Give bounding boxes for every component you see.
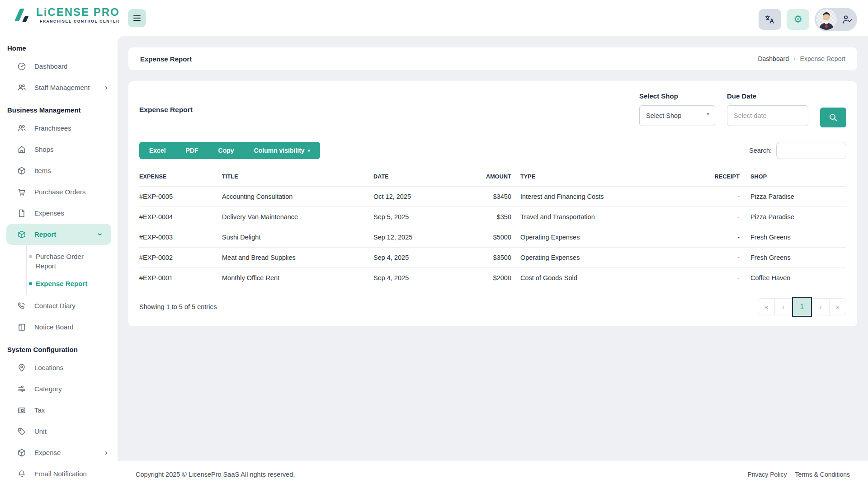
due-date-label: Due Date	[727, 92, 808, 100]
breadcrumb-separator-icon: ›	[793, 55, 796, 62]
sidebar-item-email-notification[interactable]: Email Notification	[0, 463, 118, 484]
sidebar-item-dashboard[interactable]: Dashboard	[0, 56, 118, 77]
chevron-right-icon: ›	[105, 83, 108, 92]
sidebar-item-purchase-order-report[interactable]: Purchase Order Report	[27, 248, 104, 275]
table-search-label: Search:	[749, 147, 772, 154]
pagination-page-1-button[interactable]: 1	[792, 297, 812, 317]
caret-down-icon: ▾	[308, 148, 311, 154]
sidebar-section-business: Business Management	[0, 98, 118, 117]
table-header-row: EXPENSE TITLE DATE AMOUNT TYPE RECEIPT S…	[139, 169, 846, 187]
sidebar-item-report[interactable]: Report ›	[6, 224, 111, 245]
report-submenu: Purchase Order Report Expense Report	[26, 245, 118, 295]
excel-button[interactable]: Excel	[139, 142, 176, 159]
shop-icon	[17, 145, 26, 154]
sidebar-item-expense-report[interactable]: Expense Report	[27, 275, 104, 292]
table-row: #EXP-0001 Monthly Office Rent Sep 4, 202…	[139, 268, 846, 288]
brand-logo[interactable]: LiCENSE PRO FRANCHISEE CONTROL CENTER	[13, 7, 120, 23]
breadcrumb-bar: Expense Report Dashboard › Expense Repor…	[128, 47, 857, 70]
sidebar-item-locations[interactable]: Locations	[0, 357, 118, 378]
package-icon	[17, 166, 26, 175]
sidebar-item-items[interactable]: Items	[0, 160, 118, 181]
sidebar-item-expense[interactable]: Expense ›	[0, 442, 118, 463]
top-header: LiCENSE PRO FRANCHISEE CONTROL CENTER ⚙	[0, 0, 868, 36]
table-row: #EXP-0003 Sushi Delight Sep 12, 2025 $50…	[139, 227, 846, 248]
filter-search-button[interactable]	[820, 108, 846, 127]
file-icon	[17, 209, 26, 218]
sidebar-item-contact-diary[interactable]: Contact Diary	[0, 295, 118, 316]
pdf-button[interactable]: PDF	[176, 142, 208, 159]
select-shop-dropdown[interactable]: Select Shop ▾	[639, 105, 715, 126]
table-row: #EXP-0005 Accounting Consultation Oct 12…	[139, 187, 846, 207]
pagination-first-button[interactable]: «	[758, 298, 775, 315]
col-expense: EXPENSE	[139, 169, 222, 187]
breadcrumb-current: Expense Report	[800, 55, 845, 62]
package-icon	[17, 448, 26, 457]
hamburger-icon	[133, 15, 141, 16]
select-shop-label: Select Shop	[639, 92, 715, 100]
sidebar-item-shops[interactable]: Shops	[0, 139, 118, 160]
column-visibility-button[interactable]: Column visibility ▾	[244, 142, 321, 159]
col-amount: AMOUNT	[466, 169, 511, 187]
col-type: TYPE	[511, 169, 701, 187]
pagination-last-button[interactable]: »	[829, 298, 846, 315]
sidebar-section-home: Home	[0, 36, 118, 56]
privacy-policy-link[interactable]: Privacy Policy	[747, 471, 787, 478]
pagination-prev-button[interactable]: ‹	[775, 298, 792, 315]
col-title: TITLE	[222, 169, 373, 187]
sidebar-item-tax[interactable]: Tax	[0, 399, 118, 421]
avatar	[816, 9, 837, 30]
package-icon	[17, 230, 26, 239]
page-title: Expense Report	[140, 55, 192, 63]
col-date: DATE	[373, 169, 466, 187]
cart-icon	[17, 188, 26, 197]
map-pin-icon	[17, 363, 26, 372]
logo-mark-icon	[13, 7, 32, 23]
export-button-group: Excel PDF Copy Column visibility ▾	[139, 142, 320, 159]
breadcrumb: Dashboard › Expense Report	[758, 55, 845, 62]
table-search-input[interactable]	[776, 142, 846, 159]
board-icon	[17, 323, 26, 332]
pagination: « ‹ 1 › »	[758, 298, 846, 315]
sidebar-item-expenses[interactable]: Expenses	[0, 202, 118, 224]
footer: Copyright 2025 © LicensePro SaaS All rig…	[118, 461, 868, 488]
table-row: #EXP-0004 Delivery Van Maintenance Sep 5…	[139, 207, 846, 227]
settings-button[interactable]: ⚙	[787, 9, 809, 30]
expense-table: EXPENSE TITLE DATE AMOUNT TYPE RECEIPT S…	[139, 169, 846, 288]
sidebar-item-category[interactable]: Category	[0, 378, 118, 399]
translate-icon	[764, 14, 775, 24]
table-row: #EXP-0002 Meat and Bread Supplies Sep 4,…	[139, 248, 846, 268]
col-shop: SHOP	[740, 169, 846, 187]
profile-menu[interactable]	[815, 8, 857, 31]
sidebar-item-unit[interactable]: Unit	[0, 421, 118, 442]
sidebar-item-notice-board[interactable]: Notice Board	[0, 316, 118, 338]
search-icon	[829, 113, 838, 122]
sidebar-item-staff-management[interactable]: Staff Management ›	[0, 77, 118, 98]
copyright-text: Copyright 2025 © LicensePro SaaS All rig…	[136, 471, 295, 478]
caret-down-icon: ▾	[707, 111, 709, 117]
chevron-right-icon: ›	[105, 448, 108, 457]
panel-title: Expense Report	[139, 106, 193, 114]
due-date-input[interactable]	[727, 105, 808, 126]
sidebar-toggle-button[interactable]	[128, 9, 146, 27]
users-icon	[17, 83, 26, 92]
entries-summary: Showing 1 to 5 of 5 entries	[139, 303, 217, 310]
expense-report-card: Expense Report Select Shop Select Shop ▾…	[128, 81, 857, 326]
bell-icon	[17, 469, 26, 479]
translate-button[interactable]	[759, 9, 781, 30]
copy-button[interactable]: Copy	[208, 142, 244, 159]
col-receipt: RECEIPT	[701, 169, 740, 187]
tax-card-icon	[17, 406, 26, 415]
gear-icon: ⚙	[793, 14, 802, 24]
users-icon	[17, 124, 26, 133]
main-content: Expense Report Dashboard › Expense Repor…	[118, 36, 868, 461]
sidebar-item-franchisees[interactable]: Franchisees	[0, 117, 118, 139]
wind-icon	[17, 385, 26, 394]
breadcrumb-dashboard-link[interactable]: Dashboard	[758, 55, 789, 62]
terms-link[interactable]: Terms & Conditions	[795, 471, 850, 478]
sidebar-item-purchase-orders[interactable]: Purchase Orders	[0, 181, 118, 202]
sidebar-section-system: System Configuration	[0, 338, 118, 357]
tag-icon	[17, 427, 26, 436]
pagination-next-button[interactable]: ›	[812, 298, 829, 315]
dashboard-icon	[17, 62, 26, 71]
phone-icon	[17, 301, 26, 310]
